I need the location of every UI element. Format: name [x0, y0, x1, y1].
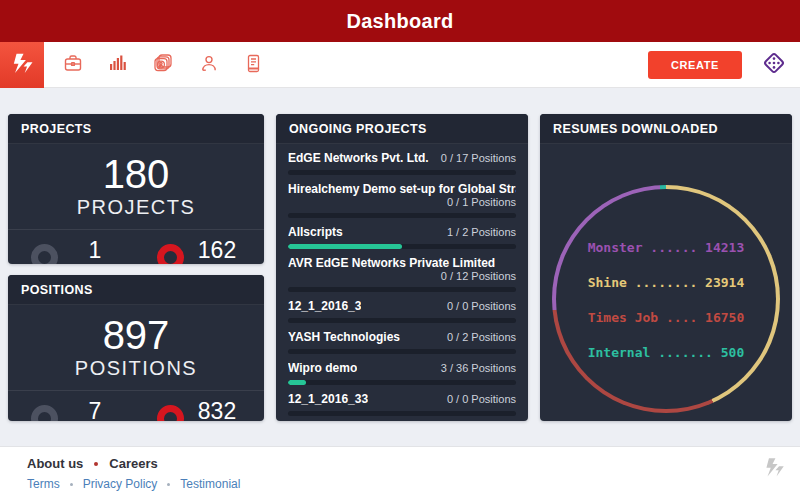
project-positions: 0 / 12 Positions	[441, 270, 516, 282]
report-icon	[242, 52, 264, 77]
project-positions: 0 / 17 Positions	[441, 152, 516, 164]
resumes-chart-area: Monster ...... 14213 Shine ........ 2391…	[540, 144, 792, 421]
project-name: 12_1_2016_33	[288, 392, 368, 406]
projects-upcoming-stat: 1 Upcoming	[14, 239, 136, 264]
footer-primary-links: About us Careers	[27, 456, 800, 471]
ongoing-project-row[interactable]: YASH Technologies 0 / 2 Positions	[276, 323, 528, 354]
contacts-stack-icon	[152, 52, 174, 77]
positions-panel: POSITIONS 897 POSITIONS 7 Upcoming 832 O…	[8, 275, 264, 421]
projects-stats: 1 Upcoming 162 Overdue	[8, 239, 264, 264]
positions-count: 897	[8, 314, 264, 356]
user-icon	[197, 52, 219, 77]
briefcase-icon	[62, 52, 84, 77]
ongoing-projects-panel: ONGOING PROJECTS EdGE Networks Pvt. Ltd.…	[276, 114, 528, 421]
compass-dots-icon	[760, 49, 788, 80]
overdue-ring-icon	[157, 405, 184, 421]
project-name: Hirealchemy Demo set-up for Global Strat…	[288, 182, 516, 196]
projects-count-label: PROJECTS	[8, 196, 264, 219]
footer-link-about-us[interactable]: About us	[27, 456, 83, 471]
overdue-value: 832	[197, 400, 238, 421]
legend-row-internal: Internal ....... 500	[540, 335, 792, 370]
bar-chart-icon	[107, 52, 129, 77]
footer-link-terms[interactable]: Terms	[27, 477, 60, 491]
divider	[8, 229, 264, 230]
legend-row-shine: Shine ........ 23914	[540, 265, 792, 300]
positions-count-label: POSITIONS	[8, 357, 264, 380]
toolbar-nav-reports[interactable]	[230, 42, 275, 88]
upcoming-value: 7	[71, 400, 120, 421]
project-name: Allscripts	[288, 225, 343, 239]
project-name: EdGE Networks Pvt. Ltd.	[288, 151, 429, 165]
upcoming-value: 1	[71, 239, 120, 262]
project-positions: 1 / 2 Positions	[447, 226, 516, 238]
footer-link-testimonial[interactable]: Testimonial	[180, 477, 240, 491]
compass-button[interactable]	[758, 49, 790, 81]
logo-bolt-icon	[8, 49, 36, 81]
toolbar-nav-candidates[interactable]	[140, 42, 185, 88]
project-name: AVR EdGE Networks Private Limited	[288, 256, 495, 270]
positions-overdue-stat: 832 Overdue	[136, 400, 258, 421]
footer-logo-bolt-icon	[761, 454, 787, 484]
divider	[8, 390, 264, 391]
toolbar-nav-users[interactable]	[185, 42, 230, 88]
ongoing-project-row[interactable]: EdGE Networks Pvt. Ltd. 0 / 17 Positions	[276, 144, 528, 175]
summary-column: PROJECTS 180 PROJECTS 1 Upcoming 162 Ove…	[8, 114, 264, 446]
footer-link-careers[interactable]: Careers	[109, 456, 157, 471]
positions-upcoming-stat: 7 Upcoming	[14, 400, 136, 421]
footer-link-privacy-policy[interactable]: Privacy Policy	[83, 477, 158, 491]
legend-row-timesjob: Times Job .... 16750	[540, 300, 792, 335]
upcoming-ring-icon	[31, 405, 58, 421]
project-positions: 0 / 0 Positions	[447, 300, 516, 312]
overdue-ring-icon	[157, 244, 184, 264]
ongoing-project-row[interactable]: AVR EdGE Networks Private Limited 0 / 12…	[276, 249, 528, 292]
app-logo-button[interactable]	[0, 42, 44, 88]
resumes-legend: Monster ...... 14213 Shine ........ 2391…	[540, 230, 792, 370]
overdue-value: 162	[197, 239, 238, 262]
page-title: Dashboard	[346, 10, 453, 33]
ongoing-project-row[interactable]: 12_1_2016_3 0 / 0 Positions	[276, 292, 528, 323]
create-button[interactable]: CREATE	[648, 51, 742, 79]
ongoing-project-row[interactable]: Hirealchemy Demo set-up for Global Strat…	[276, 175, 528, 218]
project-positions: 0 / 2 Positions	[447, 331, 516, 343]
ongoing-project-row[interactable]: 12_1_2016_33 0 / 0 Positions	[276, 385, 528, 416]
toolbar-nav-projects[interactable]	[50, 42, 95, 88]
projects-overdue-stat: 162 Overdue	[136, 239, 258, 264]
resumes-column: RESUMES DOWNLOADED Monster ...... 14213 …	[540, 114, 792, 446]
top-bar: Dashboard	[0, 0, 800, 42]
toolbar-nav-analytics[interactable]	[95, 42, 140, 88]
ongoing-column: ONGOING PROJECTS EdGE Networks Pvt. Ltd.…	[276, 114, 528, 446]
resumes-panel: RESUMES DOWNLOADED Monster ...... 14213 …	[540, 114, 792, 421]
legend-row-monster: Monster ...... 14213	[540, 230, 792, 265]
project-positions: 3 / 36 Positions	[441, 362, 516, 374]
project-name: YASH Technologies	[288, 330, 400, 344]
resumes-panel-title: RESUMES DOWNLOADED	[540, 114, 792, 144]
dot-separator	[167, 483, 170, 486]
ongoing-panel-title: ONGOING PROJECTS	[276, 114, 528, 144]
project-positions: 0 / 1 Positions	[447, 196, 516, 208]
ongoing-project-row[interactable]: Allscripts 1 / 2 Positions	[276, 218, 528, 249]
project-positions: 0 / 0 Positions	[447, 393, 516, 405]
main-content: PROJECTS 180 PROJECTS 1 Upcoming 162 Ove…	[0, 88, 800, 446]
footer: About us Careers Terms Privacy Policy Te…	[0, 446, 800, 493]
positions-panel-title: POSITIONS	[8, 275, 264, 305]
toolbar-nav	[50, 42, 275, 88]
positions-stats: 7 Upcoming 832 Overdue	[8, 400, 264, 421]
projects-panel-title: PROJECTS	[8, 114, 264, 144]
projects-count: 180	[8, 153, 264, 195]
projects-panel: PROJECTS 180 PROJECTS 1 Upcoming 162 Ove…	[8, 114, 264, 264]
ongoing-projects-list[interactable]: EdGE Networks Pvt. Ltd. 0 / 17 Positions…	[276, 144, 528, 421]
upcoming-ring-icon	[31, 244, 58, 264]
project-name: Wipro demo	[288, 361, 357, 375]
ongoing-project-row[interactable]: Wipro demo 3 / 36 Positions	[276, 354, 528, 385]
dot-separator	[70, 483, 73, 486]
footer-secondary-links: Terms Privacy Policy Testimonial	[27, 477, 800, 491]
project-name: 12_1_2016_3	[288, 299, 361, 313]
toolbar: CREATE	[0, 42, 800, 88]
ongoing-project-row[interactable]: 12_1_2016_37 0 / 0 Positions	[276, 416, 528, 421]
dot-separator	[94, 462, 98, 466]
